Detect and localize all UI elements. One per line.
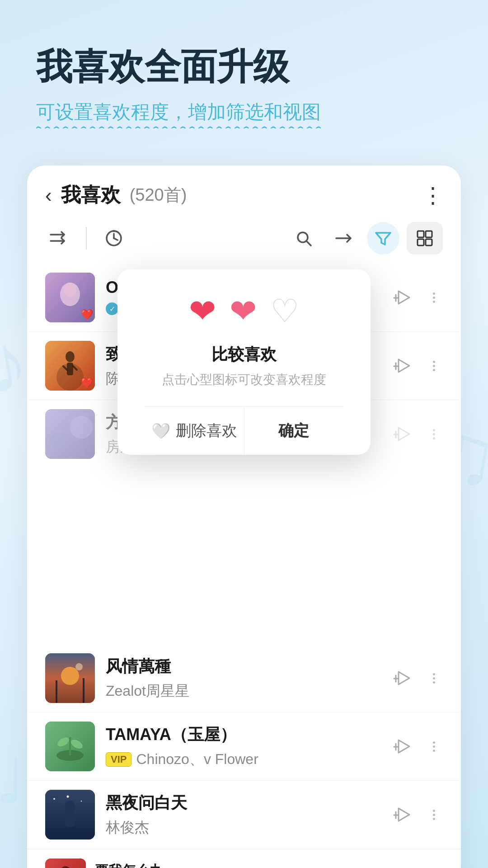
- heart-delete-icon: 🤍: [151, 422, 170, 440]
- svg-rect-10: [418, 231, 424, 237]
- svg-point-39: [75, 663, 83, 670]
- add-to-next-button[interactable]: [390, 734, 416, 759]
- svg-marker-40: [399, 672, 409, 684]
- song-item[interactable]: 黑夜问白天 林俊杰: [27, 781, 461, 849]
- svg-point-55: [65, 801, 75, 813]
- song-artist: Zealot周星星: [106, 681, 189, 701]
- toolbar-left: [45, 225, 287, 252]
- header-area: 我喜欢全面升级 可设置喜欢程度，增加筛选和视图: [0, 0, 488, 152]
- song-actions: [390, 734, 443, 759]
- svg-rect-56: [65, 813, 75, 827]
- song-thumbnail: [45, 722, 95, 771]
- song-item[interactable]: TAMAYA（玉屋） VIP Chinozo、v Flower: [27, 712, 461, 781]
- popup-label: 比较喜欢: [145, 344, 343, 366]
- hearts-row[interactable]: ❤ ❤ ♡: [145, 292, 343, 330]
- page-subtitle: 可设置喜欢程度，增加筛选和视图: [36, 99, 321, 125]
- popup-actions: 🤍 删除喜欢 确定: [145, 406, 343, 455]
- sort-button[interactable]: [327, 222, 360, 255]
- bg-decoration-bottom: ♩: [0, 744, 25, 818]
- song-meta: Zealot周星星: [106, 681, 380, 701]
- popup-hint: 点击心型图标可改变喜欢程度: [145, 371, 343, 388]
- song-more-button[interactable]: [425, 741, 443, 752]
- songs-below-popup: 风情萬種 Zealot周星星: [27, 468, 461, 868]
- song-info: TAMAYA（玉屋） VIP Chinozo、v Flower: [106, 724, 380, 769]
- svg-marker-9: [376, 233, 390, 245]
- player-thumbnail: [45, 859, 86, 868]
- svg-rect-13: [426, 239, 432, 245]
- heart-option-2[interactable]: ❤: [230, 292, 257, 330]
- svg-line-7: [306, 241, 311, 245]
- svg-line-4: [114, 238, 117, 240]
- song-info: 风情萬種 Zealot周星星: [106, 656, 380, 701]
- search-button[interactable]: [287, 222, 320, 255]
- song-more-button[interactable]: [425, 810, 443, 820]
- svg-point-38: [61, 667, 79, 685]
- vip-badge: VIP: [106, 752, 131, 767]
- filter-button[interactable]: [367, 222, 399, 255]
- svg-point-54: [81, 801, 82, 802]
- svg-point-52: [53, 798, 55, 800]
- main-card: ‹ 我喜欢 (520首) ⋮: [27, 165, 461, 868]
- add-to-next-button[interactable]: [390, 665, 416, 691]
- player-info: 要我怎么办 李荣浩: [95, 862, 345, 868]
- player-title: 要我怎么办: [95, 862, 345, 868]
- toolbar-divider: [86, 227, 87, 250]
- grid-view-button[interactable]: [407, 222, 443, 255]
- song-artist: 林俊杰: [106, 818, 149, 838]
- heart-option-1[interactable]: ❤: [189, 292, 216, 330]
- heart-option-3[interactable]: ♡: [270, 292, 300, 330]
- toolbar-right: [287, 222, 443, 255]
- svg-rect-11: [426, 231, 432, 237]
- confirm-button[interactable]: 确定: [244, 407, 344, 455]
- song-meta: VIP Chinozo、v Flower: [106, 750, 380, 769]
- song-title: 黑夜问白天: [106, 792, 380, 814]
- song-actions: [390, 665, 443, 691]
- back-button[interactable]: ‹: [45, 185, 52, 205]
- song-thumbnail: [45, 790, 95, 840]
- bottom-player: 要我怎么办 李荣浩: [27, 849, 461, 868]
- page-title: 我喜欢全面升级: [36, 45, 452, 89]
- play-order-button[interactable]: [45, 225, 72, 252]
- playlist-title: 我喜欢: [61, 182, 121, 208]
- song-artist: Chinozo、v Flower: [136, 750, 258, 769]
- playlist-count: (520首): [130, 184, 187, 207]
- card-header: ‹ 我喜欢 (520首) ⋮: [27, 165, 461, 217]
- delete-like-button[interactable]: 🤍 删除喜欢: [145, 407, 244, 455]
- svg-marker-57: [399, 808, 409, 821]
- song-title: TAMAYA（玉屋）: [106, 724, 380, 746]
- song-actions: [390, 802, 443, 827]
- more-options-button[interactable]: ⋮: [422, 183, 443, 208]
- song-info: 黑夜问白天 林俊杰: [106, 792, 380, 838]
- heart-rating-popup: ❤ ❤ ♡ 比较喜欢 点击心型图标可改变喜欢程度 🤍 删除喜欢 确定: [27, 269, 461, 455]
- svg-rect-12: [418, 239, 424, 245]
- song-thumbnail: [45, 653, 95, 703]
- svg-point-5: [113, 230, 115, 232]
- svg-point-53: [67, 796, 69, 798]
- song-meta: 林俊杰: [106, 818, 380, 838]
- card-header-left: ‹ 我喜欢 (520首): [45, 182, 187, 208]
- svg-marker-48: [399, 740, 409, 753]
- song-title: 风情萬種: [106, 656, 380, 678]
- clock-button[interactable]: [100, 225, 127, 252]
- song-more-button[interactable]: [425, 673, 443, 684]
- add-to-next-button[interactable]: [390, 802, 416, 827]
- toolbar: [27, 217, 461, 264]
- popup-card: ❤ ❤ ♡ 比较喜欢 点击心型图标可改变喜欢程度 🤍 删除喜欢 确定: [117, 269, 371, 455]
- song-item[interactable]: 风情萬種 Zealot周星星: [27, 644, 461, 712]
